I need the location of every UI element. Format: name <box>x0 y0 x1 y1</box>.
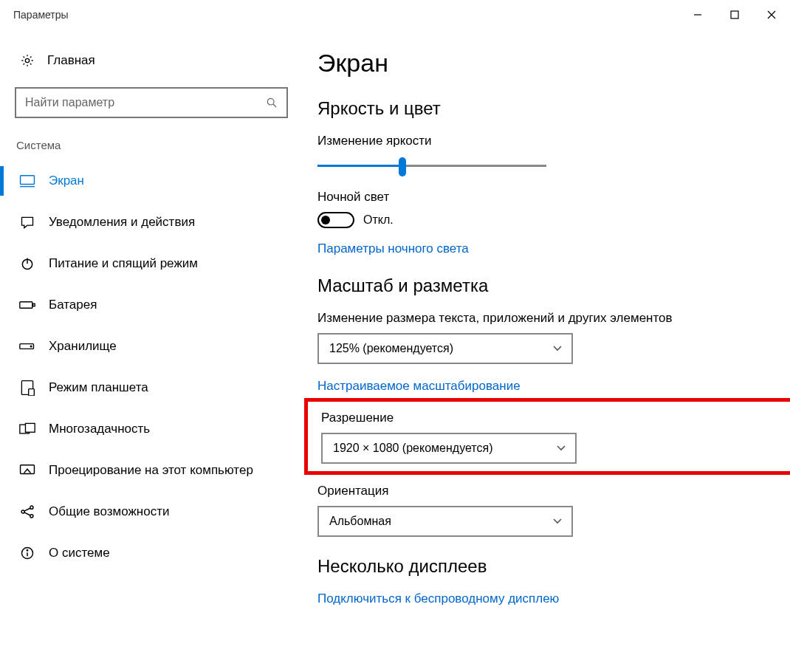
toggle-knob <box>321 216 330 224</box>
chevron-down-icon <box>556 445 566 452</box>
sidebar-item-battery[interactable]: Батарея <box>10 284 298 326</box>
sidebar-item-projecting[interactable]: Проецирование на этот компьютер <box>10 450 298 491</box>
svg-rect-1 <box>731 11 738 18</box>
main-panel: Экран Яркость и цвет Изменение яркости Н… <box>298 44 790 672</box>
sidebar-item-label: Общие возможности <box>49 504 169 519</box>
orientation-select[interactable]: Альбомная <box>317 506 573 537</box>
scale-value: 125% (рекомендуется) <box>329 342 453 355</box>
svg-rect-7 <box>21 176 35 185</box>
home-link[interactable]: Главная <box>10 44 298 77</box>
sidebar-item-about[interactable]: О системе <box>10 532 298 574</box>
section-scale-heading: Масштаб и разметка <box>317 275 790 296</box>
page-heading: Экран <box>317 49 790 78</box>
search-icon <box>266 97 278 109</box>
sidebar-item-label: Проецирование на этот компьютер <box>49 463 253 478</box>
annotation-highlight: Разрешение 1920 × 1080 (рекомендуется) <box>304 398 790 475</box>
sidebar-item-notifications[interactable]: Уведомления и действия <box>10 202 298 243</box>
monitor-icon <box>18 174 37 188</box>
svg-point-4 <box>25 58 29 62</box>
sidebar-item-label: Режим планшета <box>49 380 148 395</box>
night-light-settings-link[interactable]: Параметры ночного света <box>317 241 790 256</box>
svg-rect-11 <box>20 302 32 308</box>
info-icon <box>18 546 37 560</box>
window-title: Параметры <box>13 9 69 21</box>
svg-line-23 <box>24 508 30 511</box>
scale-select[interactable]: 125% (рекомендуется) <box>317 333 573 364</box>
night-light-label: Ночной свет <box>317 190 790 205</box>
sidebar-item-storage[interactable]: Хранилище <box>10 326 298 367</box>
sidebar-item-display[interactable]: Экран <box>10 160 298 202</box>
sidebar-item-label: Многозадачность <box>49 422 150 436</box>
orientation-value: Альбомная <box>329 515 391 528</box>
scale-label: Изменение размера текста, приложений и д… <box>317 311 790 326</box>
resolution-select[interactable]: 1920 × 1080 (рекомендуется) <box>321 433 577 464</box>
section-multi-heading: Несколько дисплеев <box>317 556 790 577</box>
multitasking-icon <box>18 422 37 436</box>
toggle-state-label: Откл. <box>363 213 394 227</box>
section-brightness-heading: Яркость и цвет <box>317 98 790 119</box>
orientation-label: Ориентация <box>317 484 790 498</box>
sidebar-item-tablet[interactable]: Режим планшета <box>10 367 298 408</box>
close-button[interactable] <box>753 0 790 30</box>
svg-rect-16 <box>29 389 35 396</box>
custom-scaling-link[interactable]: Настраиваемое масштабирование <box>317 379 790 394</box>
storage-icon <box>18 341 37 352</box>
wireless-display-link[interactable]: Подключиться к беспроводному дисплею <box>317 592 790 606</box>
sidebar-item-label: Хранилище <box>49 339 117 354</box>
category-label: Система <box>16 139 298 151</box>
search-input[interactable] <box>25 96 266 109</box>
svg-point-14 <box>30 346 32 347</box>
brightness-label: Изменение яркости <box>317 134 790 148</box>
svg-point-5 <box>267 98 274 105</box>
power-icon <box>18 256 37 271</box>
svg-rect-12 <box>33 304 35 306</box>
svg-line-6 <box>273 104 276 107</box>
projecting-icon <box>18 464 37 477</box>
svg-rect-18 <box>25 423 35 432</box>
slider-thumb[interactable] <box>399 157 406 176</box>
chevron-down-icon <box>552 345 563 352</box>
speech-bubble-icon <box>18 215 37 230</box>
night-light-toggle[interactable] <box>317 212 354 228</box>
gear-icon <box>18 53 37 68</box>
sidebar-item-label: Экран <box>49 174 84 188</box>
brightness-slider[interactable] <box>317 156 546 176</box>
minimize-button[interactable] <box>679 0 716 30</box>
slider-fill <box>317 165 402 167</box>
svg-line-24 <box>24 512 30 515</box>
sidebar-item-label: Батарея <box>49 298 97 312</box>
sidebar: Главная Система Экран Уведомления и дейс… <box>10 44 298 672</box>
sidebar-item-label: Питание и спящий режим <box>49 256 198 271</box>
window-controls <box>679 0 790 30</box>
sidebar-item-multitasking[interactable]: Многозадачность <box>10 408 298 450</box>
sidebar-item-shared[interactable]: Общие возможности <box>10 491 298 532</box>
maximize-button[interactable] <box>716 0 753 30</box>
svg-point-27 <box>27 550 27 551</box>
chevron-down-icon <box>552 518 563 525</box>
battery-icon <box>18 300 37 310</box>
share-icon <box>18 504 37 519</box>
resolution-label: Разрешение <box>321 411 622 425</box>
search-box[interactable] <box>15 87 288 118</box>
sidebar-item-label: Уведомления и действия <box>49 215 195 230</box>
tablet-icon <box>18 380 37 396</box>
sidebar-item-power[interactable]: Питание и спящий режим <box>10 243 298 284</box>
sidebar-item-label: О системе <box>49 546 110 560</box>
home-label: Главная <box>47 53 95 68</box>
resolution-value: 1920 × 1080 (рекомендуется) <box>333 442 492 455</box>
titlebar: Параметры <box>0 0 790 30</box>
